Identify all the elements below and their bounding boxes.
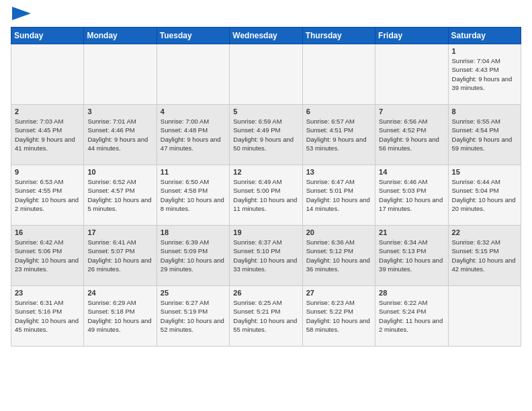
calendar-cell: 21Sunrise: 6:34 AM Sunset: 5:13 PM Dayli… [375,226,448,286]
week-row-2: 2Sunrise: 7:03 AM Sunset: 4:45 PM Daylig… [11,105,521,165]
day-info: Sunrise: 6:44 AM Sunset: 5:04 PM Dayligh… [452,177,517,213]
day-info: Sunrise: 6:36 AM Sunset: 5:12 PM Dayligh… [306,238,371,273]
day-of-week-sunday: Sunday [11,28,84,44]
calendar-cell: 5Sunrise: 6:59 AM Sunset: 4:49 PM Daylig… [230,105,302,165]
day-number: 25 [161,289,226,297]
calendar-cell [448,286,521,347]
week-row-3: 9Sunrise: 6:53 AM Sunset: 4:55 PM Daylig… [11,165,521,226]
day-info: Sunrise: 7:03 AM Sunset: 4:45 PM Dayligh… [15,117,80,152]
day-info: Sunrise: 6:37 AM Sunset: 5:10 PM Dayligh… [233,238,298,273]
day-info: Sunrise: 7:00 AM Sunset: 4:48 PM Dayligh… [161,117,226,152]
calendar-cell: 12Sunrise: 6:49 AM Sunset: 5:00 PM Dayli… [230,165,302,226]
calendar-cell: 19Sunrise: 6:37 AM Sunset: 5:10 PM Dayli… [230,226,302,286]
day-number: 15 [452,168,517,176]
calendar-cell [157,44,229,105]
day-number: 10 [87,168,152,176]
day-number: 22 [452,228,517,236]
day-info: Sunrise: 6:31 AM Sunset: 5:16 PM Dayligh… [15,298,80,334]
day-info: Sunrise: 6:46 AM Sunset: 5:03 PM Dayligh… [379,177,444,213]
day-number: 3 [87,107,152,116]
day-number: 6 [306,107,371,116]
calendar-cell: 25Sunrise: 6:27 AM Sunset: 5:19 PM Dayli… [157,286,229,347]
day-number: 11 [161,168,226,176]
day-number: 1 [452,47,517,55]
day-info: Sunrise: 6:53 AM Sunset: 4:55 PM Dayligh… [15,177,80,213]
calendar-cell: 4Sunrise: 7:00 AM Sunset: 4:48 PM Daylig… [157,105,229,165]
day-number: 28 [379,289,444,297]
calendar-cell: 18Sunrise: 6:39 AM Sunset: 5:09 PM Dayli… [157,226,229,286]
day-info: Sunrise: 6:23 AM Sunset: 5:22 PM Dayligh… [306,298,371,334]
day-of-week-wednesday: Wednesday [230,28,302,44]
day-info: Sunrise: 6:39 AM Sunset: 5:09 PM Dayligh… [161,238,226,273]
day-number: 26 [233,289,298,297]
days-of-week-row: SundayMondayTuesdayWednesdayThursdayFrid… [11,28,521,44]
day-info: Sunrise: 6:22 AM Sunset: 5:24 PM Dayligh… [379,298,444,334]
day-info: Sunrise: 7:04 AM Sunset: 4:43 PM Dayligh… [452,56,517,92]
day-number: 27 [306,289,371,297]
day-info: Sunrise: 6:25 AM Sunset: 5:21 PM Dayligh… [233,298,298,334]
calendar-cell: 24Sunrise: 6:29 AM Sunset: 5:18 PM Dayli… [84,286,157,347]
day-info: Sunrise: 6:55 AM Sunset: 4:54 PM Dayligh… [452,117,517,152]
calendar-cell [375,44,448,105]
calendar-cell: 16Sunrise: 6:42 AM Sunset: 5:06 PM Dayli… [11,226,84,286]
day-info: Sunrise: 7:01 AM Sunset: 4:46 PM Dayligh… [87,117,152,152]
day-info: Sunrise: 6:42 AM Sunset: 5:06 PM Dayligh… [15,238,80,273]
calendar-cell: 20Sunrise: 6:36 AM Sunset: 5:12 PM Dayli… [302,226,375,286]
calendar-cell [230,44,302,105]
calendar-cell: 14Sunrise: 6:46 AM Sunset: 5:03 PM Dayli… [375,165,448,226]
day-of-week-thursday: Thursday [302,28,375,44]
day-info: Sunrise: 6:50 AM Sunset: 4:58 PM Dayligh… [161,177,226,213]
calendar-cell: 1Sunrise: 7:04 AM Sunset: 4:43 PM Daylig… [448,44,521,105]
day-info: Sunrise: 6:34 AM Sunset: 5:13 PM Dayligh… [379,238,444,273]
day-info: Sunrise: 6:52 AM Sunset: 4:57 PM Dayligh… [87,177,152,213]
header [11,11,521,20]
svg-marker-0 [12,7,31,20]
calendar-cell: 26Sunrise: 6:25 AM Sunset: 5:21 PM Dayli… [230,286,302,347]
day-number: 18 [161,228,226,236]
calendar-body: 1Sunrise: 7:04 AM Sunset: 4:43 PM Daylig… [11,44,521,347]
day-of-week-friday: Friday [375,28,448,44]
calendar-cell: 3Sunrise: 7:01 AM Sunset: 4:46 PM Daylig… [84,105,157,165]
day-number: 8 [452,107,517,116]
day-number: 7 [379,107,444,116]
day-number: 4 [161,107,226,116]
calendar-cell: 27Sunrise: 6:23 AM Sunset: 5:22 PM Dayli… [302,286,375,347]
calendar-cell [11,44,84,105]
day-info: Sunrise: 6:49 AM Sunset: 5:00 PM Dayligh… [233,177,298,213]
day-of-week-saturday: Saturday [448,28,521,44]
calendar-cell: 17Sunrise: 6:41 AM Sunset: 5:07 PM Dayli… [84,226,157,286]
calendar-table: SundayMondayTuesdayWednesdayThursdayFrid… [11,27,521,347]
calendar-cell: 8Sunrise: 6:55 AM Sunset: 4:54 PM Daylig… [448,105,521,165]
logo-arrow-icon [12,7,31,20]
week-row-4: 16Sunrise: 6:42 AM Sunset: 5:06 PM Dayli… [11,226,521,286]
day-number: 5 [233,107,298,116]
day-number: 24 [87,289,152,297]
day-info: Sunrise: 6:41 AM Sunset: 5:07 PM Dayligh… [87,238,152,273]
day-info: Sunrise: 6:32 AM Sunset: 5:15 PM Dayligh… [452,238,517,273]
day-number: 2 [15,107,80,116]
week-row-5: 23Sunrise: 6:31 AM Sunset: 5:16 PM Dayli… [11,286,521,347]
day-of-week-tuesday: Tuesday [157,28,229,44]
calendar-cell: 2Sunrise: 7:03 AM Sunset: 4:45 PM Daylig… [11,105,84,165]
calendar-cell: 28Sunrise: 6:22 AM Sunset: 5:24 PM Dayli… [375,286,448,347]
day-number: 19 [233,228,298,236]
day-of-week-monday: Monday [84,28,157,44]
day-number: 23 [15,289,80,297]
calendar-cell: 15Sunrise: 6:44 AM Sunset: 5:04 PM Dayli… [448,165,521,226]
calendar-cell: 22Sunrise: 6:32 AM Sunset: 5:15 PM Dayli… [448,226,521,286]
day-info: Sunrise: 6:47 AM Sunset: 5:01 PM Dayligh… [306,177,371,213]
day-info: Sunrise: 6:57 AM Sunset: 4:51 PM Dayligh… [306,117,371,152]
day-number: 12 [233,168,298,176]
day-info: Sunrise: 6:56 AM Sunset: 4:52 PM Dayligh… [379,117,444,152]
day-number: 13 [306,168,371,176]
calendar-cell: 10Sunrise: 6:52 AM Sunset: 4:57 PM Dayli… [84,165,157,226]
calendar-cell: 7Sunrise: 6:56 AM Sunset: 4:52 PM Daylig… [375,105,448,165]
day-number: 21 [379,228,444,236]
calendar-cell: 23Sunrise: 6:31 AM Sunset: 5:16 PM Dayli… [11,286,84,347]
logo [11,11,31,20]
calendar-cell: 11Sunrise: 6:50 AM Sunset: 4:58 PM Dayli… [157,165,229,226]
calendar-cell: 9Sunrise: 6:53 AM Sunset: 4:55 PM Daylig… [11,165,84,226]
calendar-cell: 13Sunrise: 6:47 AM Sunset: 5:01 PM Dayli… [302,165,375,226]
day-number: 9 [15,168,80,176]
day-number: 14 [379,168,444,176]
